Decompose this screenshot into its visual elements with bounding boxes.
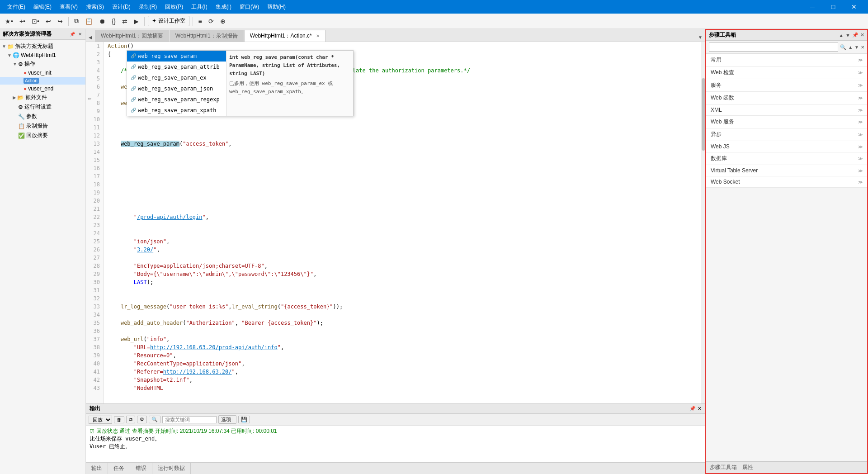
toolbar-redo-btn[interactable]: ↪ bbox=[55, 16, 65, 26]
category-web-service[interactable]: Web 服务 ≫ bbox=[706, 116, 867, 128]
output-clear-btn[interactable]: 🗑 bbox=[114, 416, 124, 423]
toolbar-record-btn[interactable]: ⏺ bbox=[97, 16, 108, 26]
tab-right-arrow[interactable]: ▼ bbox=[695, 33, 705, 42]
panel-down-icon[interactable]: ▼ bbox=[845, 33, 850, 38]
search-input[interactable] bbox=[709, 43, 838, 52]
autocomplete-item[interactable]: 🔗 web_reg_save_param_regexp bbox=[127, 94, 226, 105]
tree-item-extra-files[interactable]: ▶ 📂 额外文件 bbox=[0, 93, 85, 102]
panel-up-icon[interactable]: ▲ bbox=[839, 33, 844, 38]
editor-scrollbar[interactable] bbox=[701, 42, 705, 403]
category-async[interactable]: 异步 ≫ bbox=[706, 128, 867, 141]
tab-action[interactable]: WebHttpHtml1：Action.c* ✕ bbox=[244, 30, 326, 42]
minimize-button[interactable]: ─ bbox=[802, 0, 823, 14]
tree-item-replay-summary[interactable]: ✅ 回放摘要 bbox=[0, 131, 85, 140]
toolbar-copy-btn[interactable]: ⧉ bbox=[72, 16, 81, 26]
output-options-btn[interactable]: 选项 | bbox=[218, 415, 236, 424]
menu-bar[interactable]: 文件(E) 编辑(E) 查看(V) 搜索(S) 设计(D) 录制(R) 回放(P… bbox=[4, 2, 289, 12]
toolbar-box-btn[interactable]: ⊡• bbox=[29, 16, 42, 26]
menu-file[interactable]: 文件(E) bbox=[4, 2, 29, 12]
menu-replay[interactable]: 回放(P) bbox=[161, 2, 187, 12]
search-clear-btn[interactable]: ✕ bbox=[861, 45, 864, 50]
bottom-tab-errors[interactable]: 错误 bbox=[130, 463, 152, 474]
output-filter-btn[interactable]: ⚙ bbox=[137, 416, 147, 423]
tab-left-arrow[interactable]: ◀ bbox=[86, 33, 95, 42]
output-search-input[interactable] bbox=[162, 416, 217, 423]
category-database[interactable]: 数据库 ≫ bbox=[706, 152, 867, 165]
toolbar-sync-btn[interactable]: ⟳ bbox=[206, 16, 216, 26]
toolbar-star-btn[interactable]: ★• bbox=[3, 16, 15, 26]
menu-window[interactable]: 窗口(W) bbox=[236, 2, 263, 12]
code-content[interactable]: Action() { /*Possible OAUTH authorizatio… bbox=[104, 42, 701, 403]
autocomplete-item[interactable]: 🔗 web_reg_save_param_ex bbox=[127, 72, 226, 83]
autocomplete-item[interactable]: 🔗 web_reg_save_param_xpath bbox=[127, 105, 226, 116]
maximize-button[interactable]: □ bbox=[823, 0, 844, 14]
output-export-btn[interactable]: 💾 bbox=[238, 416, 250, 423]
search-up-btn[interactable]: ▲ bbox=[848, 45, 853, 50]
bottom-tab-tasks[interactable]: 任务 bbox=[108, 463, 130, 474]
autocomplete-item[interactable]: 🔗 web_reg_save_param bbox=[127, 51, 226, 62]
menu-design[interactable]: 设计(D) bbox=[108, 2, 134, 12]
toolbar-undo-btn[interactable]: ↩ bbox=[43, 16, 53, 26]
toolbar-time-btn[interactable]: ⊕ bbox=[218, 16, 228, 26]
tree-item-params[interactable]: 🔧 参数 bbox=[0, 112, 85, 121]
toolbar-braces-btn[interactable]: {} bbox=[109, 16, 118, 26]
panel-close-icon[interactable]: ✕ bbox=[77, 31, 83, 37]
tab-replay-summary[interactable]: WebHttpHtml1：回放摘要 bbox=[95, 30, 169, 42]
tree-item-action[interactable]: Action bbox=[0, 77, 85, 85]
output-pin-icon[interactable]: 📌 bbox=[689, 406, 696, 412]
toolbar-paste-btn[interactable]: 📋 bbox=[83, 16, 95, 26]
autocomplete-popup[interactable]: 🔗 web_reg_save_param 🔗 web_reg_save_para… bbox=[127, 50, 354, 116]
menu-search[interactable]: 搜索(S) bbox=[82, 2, 108, 12]
category-xml[interactable]: XML ≫ bbox=[706, 104, 867, 116]
tree-item-vuser-init[interactable]: ● vuser_init bbox=[0, 69, 85, 77]
toolbar-arrows-btn[interactable]: ⇄ bbox=[120, 16, 130, 26]
code-line bbox=[108, 229, 697, 237]
menu-view[interactable]: 查看(V) bbox=[56, 2, 81, 12]
category-web-function[interactable]: Web 函数 ≫ bbox=[706, 92, 867, 104]
autocomplete-item[interactable]: 🔗 web_reg_save_param_json bbox=[127, 83, 226, 94]
right-panel-tab-toolbox[interactable]: 步骤工具箱 bbox=[710, 464, 737, 471]
output-search-btn[interactable]: 🔍 bbox=[149, 416, 160, 423]
category-virtual-table[interactable]: Virtual Table Server ≫ bbox=[706, 165, 867, 176]
tree-item-runtime-settings[interactable]: ⚙ 运行时设置 bbox=[0, 102, 85, 112]
toolbar-design-workspace-btn[interactable]: ✦ 设计工作室 bbox=[148, 16, 189, 26]
category-websocket[interactable]: Web Socket ≫ bbox=[706, 176, 867, 188]
autocomplete-item[interactable]: 🔗 web_reg_save_param_attrib bbox=[127, 62, 226, 72]
toolbar-plus-btn[interactable]: +• bbox=[17, 16, 28, 26]
window-controls: ─ □ ✕ bbox=[802, 0, 864, 14]
tree-item-vuser-end[interactable]: ● vuser_end bbox=[0, 85, 85, 93]
toolbar-play-btn[interactable]: ▶ bbox=[132, 16, 141, 26]
output-close-icon[interactable]: ✕ bbox=[698, 406, 702, 412]
menu-integrate[interactable]: 集成(I) bbox=[212, 2, 235, 12]
category-web-js[interactable]: Web JS ≫ bbox=[706, 141, 867, 152]
tree-item-webhttphtml1[interactable]: ▼ 🌐 WebHttpHtml1 bbox=[0, 51, 85, 59]
toolbar-list-btn[interactable]: ≡ bbox=[196, 16, 204, 26]
bottom-tab-runtime-data[interactable]: 运行时数据 bbox=[152, 463, 191, 474]
panel-close-icon[interactable]: ✕ bbox=[860, 32, 864, 38]
menu-help[interactable]: 帮助(H) bbox=[264, 2, 289, 12]
output-copy-btn[interactable]: ⧉ bbox=[126, 416, 135, 423]
output-toolbar: 回放 🗑 ⧉ ⚙ 🔍 选项 | 💾 bbox=[86, 414, 705, 426]
tree-item-actions[interactable]: ▼ ⚙ 操作 bbox=[0, 59, 85, 69]
category-common[interactable]: 常用 ≫ bbox=[706, 54, 867, 66]
bottom-tab-output[interactable]: 输出 bbox=[86, 463, 108, 474]
category-service[interactable]: 服务 ≫ bbox=[706, 79, 867, 92]
menu-record[interactable]: 录制(R) bbox=[135, 2, 161, 12]
search-icon-btn[interactable]: 🔍 bbox=[840, 44, 846, 50]
tab-record-report[interactable]: WebHttpHtml1：录制报告 bbox=[170, 30, 244, 42]
tree-item-solution[interactable]: ▼ 📁 解决方案无标题 bbox=[0, 42, 85, 51]
search-down-btn[interactable]: ▼ bbox=[854, 45, 859, 50]
menu-edit[interactable]: 编辑(E) bbox=[30, 2, 55, 12]
tree-item-record-report[interactable]: 📋 录制报告 bbox=[0, 121, 85, 131]
category-web-check[interactable]: Web 检查 ≫ bbox=[706, 66, 867, 79]
scrollbar-thumb[interactable] bbox=[702, 78, 705, 151]
output-dropdown[interactable]: 回放 bbox=[89, 416, 112, 424]
close-button[interactable]: ✕ bbox=[844, 0, 864, 14]
panel-pin-icon[interactable]: 📌 bbox=[69, 31, 76, 37]
right-panel-tab-properties[interactable]: 属性 bbox=[742, 464, 753, 471]
menu-tools[interactable]: 工具(I) bbox=[188, 2, 211, 12]
replay-icon: ✅ bbox=[18, 133, 25, 139]
tab-close-icon[interactable]: ✕ bbox=[316, 33, 320, 38]
tree-arrow: ▼ bbox=[2, 44, 6, 49]
panel-pin-icon[interactable]: 📌 bbox=[852, 32, 859, 38]
